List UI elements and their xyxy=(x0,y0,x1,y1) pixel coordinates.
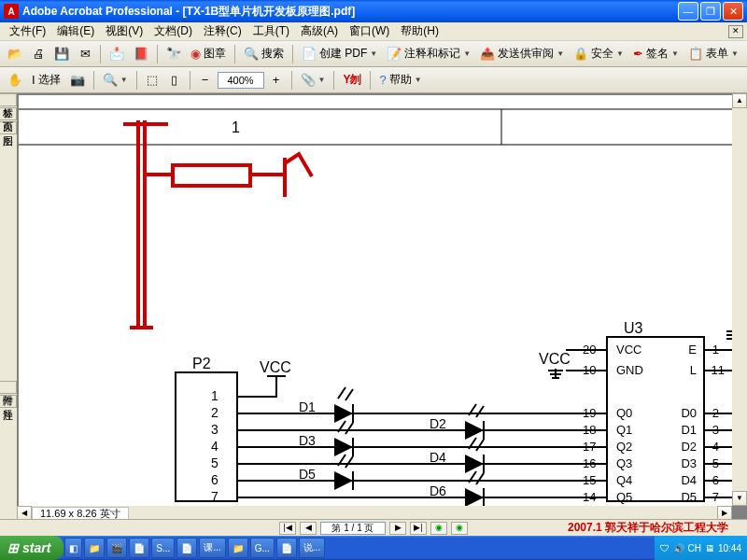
stamp-icon: ◉ xyxy=(190,47,201,61)
start-button[interactable]: ⊞ start xyxy=(0,536,63,560)
fit-page[interactable]: ▯ xyxy=(164,70,185,91)
organizer-button[interactable]: 📕 xyxy=(130,44,152,64)
tray-icon[interactable]: 🖥 xyxy=(705,543,714,553)
search-button[interactable]: 🔍搜索 xyxy=(240,44,288,64)
attach-button[interactable]: 📎▼ xyxy=(297,70,330,91)
scroll-up-button[interactable]: ▲ xyxy=(732,93,747,108)
taskbar-item[interactable]: S... xyxy=(151,538,175,558)
svg-text:D5: D5 xyxy=(681,490,697,504)
taskbar-item[interactable]: 📁 xyxy=(84,538,105,558)
u3-left: 20VCC 10GND 19Q0 18Q1 17Q2 16Q3 15Q4 14Q… xyxy=(583,343,643,504)
snapshot-tool[interactable]: 📷 xyxy=(66,70,89,91)
binoculars-icon: 🔭 xyxy=(166,47,181,61)
create-pdf-button[interactable]: 📄创建 PDF▼ xyxy=(298,44,381,64)
scroll-down-button[interactable]: ▼ xyxy=(732,491,747,506)
zoom-out[interactable]: − xyxy=(195,70,216,91)
menu-view[interactable]: 视图(V) xyxy=(100,21,148,41)
menu-window[interactable]: 窗口(W) xyxy=(344,21,395,41)
taskbar-item[interactable]: 📄 xyxy=(276,538,297,558)
side-tab-comments[interactable]: 注释 xyxy=(0,395,17,408)
zoom-in[interactable]: + xyxy=(266,70,287,91)
svg-text:D2: D2 xyxy=(681,440,697,454)
stamp-label: 图章 xyxy=(204,46,226,62)
side-tab-pages[interactable]: 页面 xyxy=(0,107,17,120)
taskbar-item[interactable]: 📄 xyxy=(176,538,197,558)
save-button[interactable]: 💾 xyxy=(50,44,73,64)
taskbar-item[interactable]: G... xyxy=(250,538,275,558)
forward-button[interactable]: ◉ xyxy=(451,522,468,535)
taskbar-item[interactable]: 📄 xyxy=(129,538,149,558)
tray-lang[interactable]: CH xyxy=(688,543,701,553)
menu-tools[interactable]: 工具(T) xyxy=(247,21,295,41)
side-tab-layers[interactable]: 图层 xyxy=(0,121,17,134)
zoom-tool[interactable]: 🔍▼ xyxy=(99,70,132,91)
hand-tool[interactable]: ✋ xyxy=(4,70,26,91)
document-view[interactable]: 1 P2 123 4567 VCC xyxy=(19,95,732,506)
marquee-zoom[interactable]: ⬚ xyxy=(142,70,162,91)
last-page-button[interactable]: ▶| xyxy=(410,522,427,535)
hand-icon: ✋ xyxy=(7,73,22,87)
send-review-label: 发送供审阅 xyxy=(498,46,554,62)
side-tab-attach[interactable]: 附件 xyxy=(0,381,17,394)
help-label: 帮助 xyxy=(389,72,412,88)
annotate-button[interactable]: 📝注释和标记▼ xyxy=(383,44,474,64)
menu-doc[interactable]: 文档(D) xyxy=(148,21,198,41)
svg-text:D1: D1 xyxy=(299,399,316,414)
taskbar-item[interactable]: ◧ xyxy=(64,538,82,558)
menu-bar: 文件(F) 编辑(E) 视图(V) 文档(D) 注释(C) 工具(T) 高级(A… xyxy=(0,22,747,41)
camera-icon: 📷 xyxy=(70,73,85,87)
chevron-down-icon: ▼ xyxy=(415,76,422,84)
taskbar-item[interactable]: 课... xyxy=(199,538,225,558)
envelope-button[interactable]: 📩 xyxy=(106,44,128,64)
menu-edit[interactable]: 编辑(E) xyxy=(51,21,100,41)
sign-button[interactable]: ✒签名▼ xyxy=(629,44,683,64)
prev-page-button[interactable]: ◀ xyxy=(300,522,317,535)
send-review-button[interactable]: 📤发送供审阅▼ xyxy=(476,44,568,64)
select-tool[interactable]: I选择 xyxy=(28,70,64,91)
chevron-down-icon: ▼ xyxy=(318,76,326,84)
binoculars-button[interactable]: 🔭 xyxy=(162,44,185,64)
vcc-left-label: VCC xyxy=(260,359,291,375)
taskbar-item[interactable]: 说... xyxy=(299,538,325,558)
email-button[interactable]: ✉ xyxy=(75,44,95,64)
window-title: Adobe Acrobat Professional - [TX-1B型单片机开… xyxy=(22,4,678,20)
disk-icon: 💾 xyxy=(54,47,69,61)
plus-icon: + xyxy=(273,73,280,87)
menu-help[interactable]: 帮助(H) xyxy=(395,21,444,41)
yahoo-button[interactable]: Y刎 xyxy=(339,70,365,91)
attach-icon: 📎 xyxy=(301,73,316,87)
print-button[interactable]: 🖨 xyxy=(28,44,49,64)
minus-icon: − xyxy=(202,73,209,87)
page-input[interactable] xyxy=(320,522,386,535)
page-icon: ▯ xyxy=(171,73,177,87)
taskbar-item[interactable]: 📁 xyxy=(228,538,248,558)
maximize-button[interactable]: ❐ xyxy=(700,2,721,21)
menu-advanced[interactable]: 高级(A) xyxy=(295,21,344,41)
system-tray[interactable]: 🛡 🔊 CH 🖥 10:44 xyxy=(655,536,747,560)
zoom-input[interactable] xyxy=(218,72,264,89)
window-titlebar: Adobe Acrobat Professional - [TX-1B型单片机开… xyxy=(0,0,747,22)
svg-text:Q4: Q4 xyxy=(616,473,632,487)
menu-file[interactable]: 文件(F) xyxy=(4,21,51,41)
vertical-scrollbar[interactable]: ▲ ▼ xyxy=(732,93,747,506)
menu-comment[interactable]: 注释(C) xyxy=(198,21,247,41)
taskbar-item[interactable]: 🎬 xyxy=(106,538,127,558)
printer-icon: 🖨 xyxy=(33,47,45,61)
doc-close-button[interactable]: ✕ xyxy=(728,25,743,38)
next-page-button[interactable]: ▶ xyxy=(389,522,406,535)
help-button[interactable]: ?帮助▼ xyxy=(375,70,425,91)
separator xyxy=(370,71,371,90)
side-tab-bookmarks[interactable]: 标签 xyxy=(0,93,17,106)
open-button[interactable]: 📂 xyxy=(4,44,26,64)
tray-icon[interactable]: 🔊 xyxy=(673,543,684,553)
tray-icon[interactable]: 🛡 xyxy=(660,543,669,553)
minimize-button[interactable]: — xyxy=(678,2,698,21)
first-page-button[interactable]: |◀ xyxy=(279,522,296,535)
svg-text:Q1: Q1 xyxy=(616,423,632,437)
annotate-label: 注释和标记 xyxy=(404,46,460,62)
close-button[interactable]: ✕ xyxy=(723,2,743,21)
form-button[interactable]: 📋表单▼ xyxy=(684,44,742,64)
secure-button[interactable]: 🔒安全▼ xyxy=(570,44,627,64)
stamp-button[interactable]: ◉图章 xyxy=(187,44,230,64)
back-button[interactable]: ◉ xyxy=(430,522,447,535)
